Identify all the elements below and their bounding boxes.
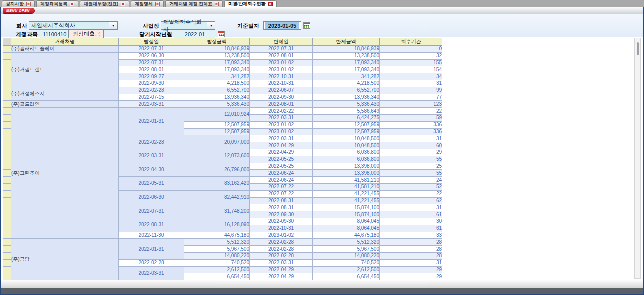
repayment-amount-cell[interactable]: 6,036,800 [313, 156, 380, 163]
vendor-name-cell[interactable]: (주)거성에스지 [11, 87, 119, 101]
collection-days-cell[interactable]: 30 [380, 218, 442, 225]
repayment-date-cell[interactable]: 2022-03-31 [250, 114, 313, 121]
collection-days-cell[interactable]: 29 [380, 273, 442, 280]
row-header-cell[interactable] [3, 190, 11, 197]
occurrence-amount-cell[interactable]: -17,093,340 [184, 66, 250, 73]
occurrence-amount-cell[interactable]: -341,282 [184, 73, 250, 80]
occurrence-amount-cell[interactable]: 17,093,340 [184, 59, 250, 66]
repayment-amount-cell[interactable]: 6,036,800 [313, 149, 380, 156]
occurrence-date-cell[interactable]: 2022-06-30 [119, 190, 184, 204]
column-header[interactable]: 반제일 [250, 38, 313, 46]
collection-days-cell[interactable]: 32 [380, 52, 442, 59]
occurrence-date-cell[interactable]: 2022-08-31 [119, 218, 184, 232]
repayment-amount-cell[interactable]: 13,238,500 [313, 52, 380, 59]
repayment-date-cell[interactable]: 2022-07-22 [250, 183, 313, 190]
repayment-date-cell[interactable]: 2022-04-29 [250, 142, 313, 149]
repayment-date-cell[interactable]: 2022-10-31 [250, 225, 313, 232]
collection-days-cell[interactable]: 28 [380, 252, 442, 259]
horizontal-scrollbar[interactable] [1, 288, 643, 294]
account-name-field[interactable]: 외상매출금 [70, 30, 104, 38]
repayment-date-cell[interactable]: 2022-04-29 [250, 149, 313, 156]
repayment-date-cell[interactable]: 2022-06-24 [250, 177, 313, 184]
occurrence-date-cell[interactable]: 2022-02-28 [119, 135, 184, 149]
repayment-date-cell[interactable]: 2022-08-31 [250, 204, 313, 211]
occurrence-amount-cell[interactable]: 6,654,450 [184, 273, 250, 280]
row-header-cell[interactable] [3, 273, 11, 280]
row-header-cell[interactable] [3, 252, 11, 259]
row-header-cell[interactable] [3, 94, 11, 101]
row-header-cell[interactable] [3, 80, 11, 87]
repayment-amount-cell[interactable]: 6,552,700 [313, 87, 380, 94]
row-header-cell[interactable] [3, 121, 11, 128]
row-header-cell[interactable] [3, 246, 11, 253]
repayment-amount-cell[interactable]: 10,048,500 [313, 135, 380, 142]
row-header-cell[interactable] [3, 163, 11, 170]
tab-close-icon[interactable]: ✕ [268, 2, 273, 6]
repayment-date-cell[interactable]: 2022-04-29 [250, 266, 313, 273]
collection-days-cell[interactable]: 25 [380, 163, 442, 170]
occurrence-amount-cell[interactable]: 12,010,924 [184, 108, 250, 122]
vendor-name-cell[interactable]: (주)골드라인 [11, 101, 119, 108]
tab-1[interactable]: 공지사항✕ [2, 0, 35, 7]
column-header[interactable]: 반제금액 [313, 38, 380, 46]
period-start-input[interactable]: 2022-01 [174, 30, 215, 38]
occurrence-amount-cell[interactable]: 740,520 [184, 259, 250, 266]
repayment-date-cell[interactable]: 2022-08-01 [250, 101, 313, 108]
vendor-name-cell[interactable]: (주)금담 [11, 239, 119, 280]
occurrence-amount-cell[interactable]: 5,512,320 [184, 239, 250, 246]
occurrence-amount-cell[interactable]: 6,552,700 [184, 87, 250, 94]
tab-close-icon[interactable]: ✕ [26, 2, 31, 6]
occurrence-amount-cell[interactable]: 5,967,500 [184, 246, 250, 253]
row-header-cell[interactable] [3, 108, 11, 115]
row-header-cell[interactable] [3, 156, 11, 163]
repayment-amount-cell[interactable]: 6,654,450 [313, 273, 380, 280]
repayment-date-cell[interactable]: 2023-01-02 [250, 59, 313, 66]
vendor-name-cell[interactable]: (주)갤러리드슬레이 [11, 46, 119, 53]
row-header-cell[interactable] [3, 183, 11, 190]
occurrence-amount-cell[interactable]: 26,796,000 [184, 163, 250, 177]
collection-days-cell[interactable]: 336 [380, 121, 442, 128]
repayment-amount-cell[interactable]: 41,581,210 [313, 177, 380, 184]
repayment-amount-cell[interactable]: 8,064,045 [313, 225, 380, 232]
repayment-amount-cell[interactable]: -17,093,340 [313, 66, 380, 73]
repayment-date-cell[interactable]: 2022-06-07 [250, 87, 313, 94]
row-header-cell[interactable] [3, 135, 11, 142]
collection-days-cell[interactable]: 31 [380, 259, 442, 266]
occurrence-date-cell[interactable]: 2022-04-30 [119, 163, 184, 177]
collection-days-cell[interactable]: 28 [380, 246, 442, 253]
collection-days-cell[interactable]: 99 [380, 87, 442, 94]
collection-days-cell[interactable]: 55 [380, 156, 442, 163]
repayment-date-cell[interactable]: 2023-01-02 [250, 128, 313, 135]
occurrence-amount-cell[interactable]: 16,128,090 [184, 218, 250, 232]
collection-days-cell[interactable]: 22 [380, 108, 442, 115]
collection-days-cell[interactable]: 31 [380, 80, 442, 87]
repayment-date-cell[interactable]: 2022-02-28 [250, 239, 313, 246]
row-header-cell[interactable] [3, 114, 11, 121]
row-header-cell[interactable] [3, 170, 11, 177]
collection-days-cell[interactable]: 29 [380, 149, 442, 156]
vertical-scrollbar[interactable] [634, 38, 641, 279]
tab-close-icon[interactable]: ✕ [121, 2, 125, 6]
repayment-date-cell[interactable]: 2022-09-30 [250, 94, 313, 101]
occurrence-date-cell[interactable]: 2022-03-31 [119, 266, 184, 280]
row-header-cell[interactable] [3, 211, 11, 218]
collection-days-cell[interactable]: 34 [380, 73, 442, 80]
tab-5[interactable]: 거래처별 계정 집계표✕ [165, 0, 223, 7]
occurrence-date-cell[interactable]: 2022-02-28 [119, 87, 184, 94]
occurrence-date-cell[interactable]: 2022-09-27 [119, 73, 184, 80]
occurrence-amount-cell[interactable]: 31,748,200 [184, 204, 250, 218]
occurrence-date-cell[interactable]: 2022-11-30 [119, 232, 184, 239]
column-header[interactable]: 발생금액 [184, 38, 250, 46]
repayment-date-cell[interactable]: 2022-06-24 [250, 170, 313, 177]
row-header-cell[interactable] [3, 177, 11, 184]
repayment-amount-cell[interactable]: 2,612,500 [313, 266, 380, 273]
row-header-cell[interactable] [3, 66, 11, 73]
collection-days-cell[interactable]: 31 [380, 204, 442, 211]
occurrence-amount-cell[interactable]: 20,097,000 [184, 135, 250, 149]
repayment-date-cell[interactable]: 2022-05-25 [250, 163, 313, 170]
collection-days-cell[interactable]: 31 [380, 135, 442, 142]
repayment-amount-cell[interactable]: 5,967,500 [313, 246, 380, 253]
repayment-amount-cell[interactable]: -341,282 [313, 73, 380, 80]
repayment-amount-cell[interactable]: -12,507,959 [313, 121, 380, 128]
repayment-date-cell[interactable]: 2022-02-28 [250, 246, 313, 253]
